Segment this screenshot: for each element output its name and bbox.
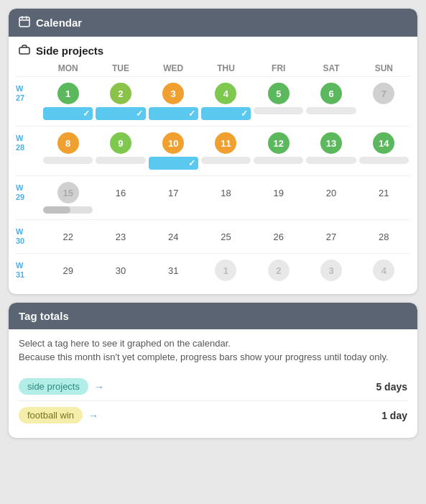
tag-left-football-win: football win →: [19, 407, 98, 423]
day-cell-25[interactable]: 25: [200, 224, 252, 249]
section-title-row: Side projects: [9, 37, 417, 60]
day-cell-18[interactable]: 18: [200, 180, 252, 205]
calendar-header: Calendar: [9, 9, 417, 37]
week-row-31: W31 29 30 31 1 2 3 4: [16, 253, 410, 287]
tag-arrow-side-projects[interactable]: →: [94, 381, 104, 393]
week-row-30: W30 22 23 24 25 26 27 28: [16, 219, 410, 253]
tag-totals-header: Tag totals: [9, 303, 417, 329]
day-number-13: 13: [320, 132, 342, 154]
day-number-2: 2: [110, 83, 131, 104]
progress-bar-15: [43, 206, 93, 214]
week-row-29: W29 15 16 17 18 19 20 21: [16, 175, 410, 219]
day-number-3: 3: [162, 83, 184, 104]
day-cell-19[interactable]: 19: [252, 180, 305, 205]
tag-row-side-projects: side projects → 5 days: [19, 372, 407, 401]
progress-bar-2: ✓: [96, 107, 145, 120]
progress-bar-8: [43, 157, 93, 164]
day-cell-10[interactable]: 10 ✓: [147, 131, 200, 171]
day-number-16: 16: [110, 182, 131, 203]
day-number-next-1: 1: [215, 260, 236, 281]
week-label-31: W31: [16, 258, 42, 280]
tag-row-football-win: football win → 1 day: [19, 401, 407, 429]
calendar-card: Calendar Side projects MON TUE WED THU F…: [9, 9, 417, 294]
day-cell-next-2[interactable]: 2: [252, 258, 305, 283]
tag-totals-card: Tag totals Select a tag here to see it g…: [9, 303, 417, 438]
day-number-14: 14: [373, 132, 394, 154]
day-cell-21[interactable]: 21: [358, 180, 410, 205]
day-number-4: 4: [215, 83, 236, 104]
day-cell-17[interactable]: 17: [147, 180, 200, 205]
day-cell-28[interactable]: 28: [358, 224, 410, 249]
day-header-thu: THU: [200, 63, 252, 73]
day-header-tue: TUE: [94, 63, 147, 73]
week-row-27: W27 1 ✓ 2 ✓ 3 ✓ 4 ✓ 5 6: [16, 76, 410, 126]
progress-bar-9: [96, 157, 145, 164]
day-cell-26[interactable]: 26: [252, 224, 305, 249]
day-cell-14[interactable]: 14: [358, 131, 410, 165]
day-cell-6[interactable]: 6: [305, 81, 357, 116]
day-number-7: 7: [373, 83, 394, 104]
day-cell-2[interactable]: 2 ✓: [94, 81, 147, 122]
tag-days-football-win: 1 day: [381, 410, 407, 421]
tag-desc2: Because this month isn't yet complete, p…: [19, 352, 407, 362]
progress-bar-6: [306, 107, 356, 114]
day-number-24: 24: [162, 226, 184, 247]
day-headers: MON TUE WED THU FRI SAT SUN: [16, 60, 410, 76]
day-number-17: 17: [162, 182, 184, 203]
day-number-28: 28: [373, 226, 394, 247]
day-number-29: 29: [57, 260, 79, 281]
day-header-mon: MON: [42, 63, 94, 73]
progress-bar-14: [359, 157, 409, 164]
tag-totals-title: Tag totals: [19, 310, 69, 322]
day-cell-next-1[interactable]: 1: [200, 258, 252, 283]
day-cell-20[interactable]: 20: [305, 180, 357, 205]
day-number-9: 9: [110, 132, 131, 154]
day-cell-31[interactable]: 31: [147, 258, 200, 283]
day-cell-3[interactable]: 3 ✓: [147, 81, 200, 122]
day-cell-22[interactable]: 22: [42, 224, 94, 249]
day-cell-1[interactable]: 1 ✓: [42, 81, 94, 122]
day-cell-13[interactable]: 13: [305, 131, 357, 165]
day-cell-16[interactable]: 16: [94, 180, 147, 205]
day-number-30: 30: [110, 260, 131, 281]
progress-bar-4: ✓: [201, 107, 251, 120]
progress-bar-3: ✓: [149, 107, 198, 120]
day-cell-24[interactable]: 24: [147, 224, 200, 249]
day-number-25: 25: [215, 226, 236, 247]
day-cell-7[interactable]: 7: [358, 81, 410, 106]
week-label-27: W27: [16, 81, 42, 103]
day-number-12: 12: [268, 132, 290, 154]
day-cell-11[interactable]: 11: [200, 131, 252, 165]
day-number-11: 11: [215, 132, 236, 154]
day-number-1: 1: [57, 83, 79, 104]
day-cell-next-3[interactable]: 3: [305, 258, 357, 283]
day-number-26: 26: [268, 226, 290, 247]
day-cell-8[interactable]: 8: [42, 131, 94, 165]
tag-badge-side-projects[interactable]: side projects: [19, 378, 88, 395]
day-cell-27[interactable]: 27: [305, 224, 357, 249]
tag-badge-football-win[interactable]: football win: [19, 407, 83, 423]
svg-rect-4: [19, 47, 29, 54]
svg-rect-0: [19, 17, 29, 27]
day-cell-15[interactable]: 15: [42, 180, 94, 215]
day-number-23: 23: [110, 226, 131, 247]
day-cell-29[interactable]: 29: [42, 258, 94, 283]
day-number-19: 19: [268, 182, 290, 203]
tag-days-side-projects: 5 days: [376, 381, 407, 393]
day-number-next-3: 3: [320, 260, 342, 281]
week-label-30: W30: [16, 224, 42, 246]
progress-bar-10: ✓: [149, 157, 198, 170]
day-cell-4[interactable]: 4 ✓: [200, 81, 252, 122]
day-cell-12[interactable]: 12: [252, 131, 305, 165]
progress-bar-13: [306, 157, 356, 164]
day-cell-30[interactable]: 30: [94, 258, 147, 283]
progress-bar-12: [254, 157, 303, 164]
day-cell-9[interactable]: 9: [94, 131, 147, 165]
day-number-5: 5: [268, 83, 290, 104]
day-cell-next-4[interactable]: 4: [358, 258, 410, 283]
day-cell-5[interactable]: 5: [252, 81, 305, 116]
tag-arrow-football-win[interactable]: →: [88, 410, 98, 421]
briefcase-icon: [19, 44, 30, 58]
day-cell-23[interactable]: 23: [94, 224, 147, 249]
week-label-29: W29: [16, 180, 42, 202]
